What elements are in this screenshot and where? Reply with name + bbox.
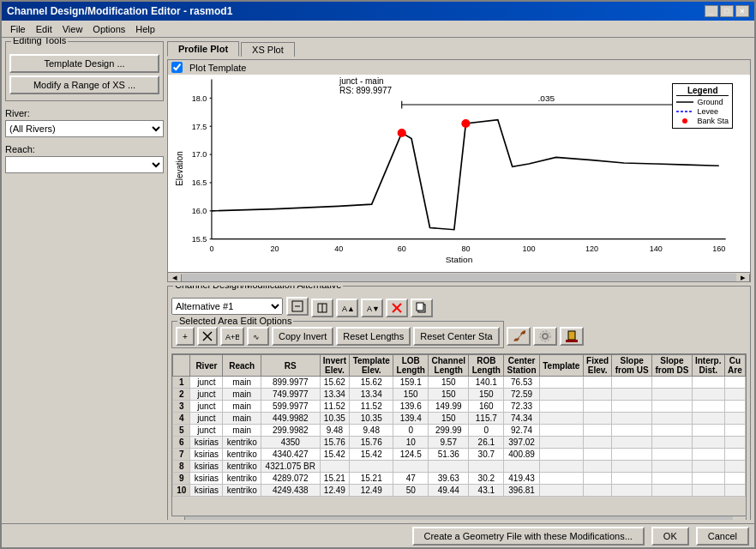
delete-btn[interactable] <box>386 299 408 317</box>
cell-r5-c13[interactable] <box>652 437 693 449</box>
cell-r9-c12[interactable] <box>612 485 652 497</box>
cell-r5-c2[interactable]: kentriko <box>223 437 261 449</box>
cell-r2-c1[interactable]: junct <box>190 401 223 413</box>
bucket-btn[interactable] <box>560 327 584 346</box>
table-row[interactable]: 6ksiriaskentriko435015.7615.76109.5726.1… <box>173 437 746 449</box>
gear-btn[interactable] <box>533 327 557 346</box>
cancel-btn[interactable]: Cancel <box>696 527 749 546</box>
modify-range-button[interactable]: Modify a Range of XS ... <box>9 75 159 94</box>
cell-r5-c12[interactable] <box>612 437 652 449</box>
cell-r5-c11[interactable] <box>583 437 612 449</box>
cell-r9-c2[interactable]: kentriko <box>223 485 261 497</box>
cell-r2-c14[interactable] <box>692 401 724 413</box>
cell-r7-c11[interactable] <box>583 461 612 473</box>
cell-r8-c12[interactable] <box>612 473 652 485</box>
cell-r5-c1[interactable]: ksirias <box>190 437 223 449</box>
table-row[interactable]: 7ksiriaskentriko4340.42715.4215.42124.55… <box>173 449 746 461</box>
cell-r5-c8[interactable]: 26.1 <box>469 437 504 449</box>
table-row[interactable]: 2junctmain749.997713.3413.3415015015072.… <box>173 389 746 401</box>
minimize-btn[interactable]: _ <box>705 5 718 17</box>
cell-r6-c3[interactable]: 4340.427 <box>261 449 320 461</box>
cell-r2-c10[interactable] <box>539 401 583 413</box>
maximize-btn[interactable]: □ <box>720 5 734 17</box>
cell-r4-c9[interactable]: 92.74 <box>504 425 540 437</box>
cell-r4-c14[interactable] <box>692 425 724 437</box>
cell-r8-c5[interactable]: 15.21 <box>350 473 393 485</box>
sort-asc-btn[interactable]: A▲ <box>336 299 358 317</box>
cell-r3-c10[interactable] <box>539 413 583 425</box>
cell-r1-c9[interactable]: 72.59 <box>504 389 540 401</box>
cell-r2-c4[interactable]: 11.52 <box>320 401 350 413</box>
cell-r6-c6[interactable]: 124.5 <box>393 449 429 461</box>
table-row[interactable]: 3junctmain599.997711.5211.52139.6149.991… <box>173 401 746 413</box>
cell-r3-c15[interactable] <box>724 413 745 425</box>
cell-r9-c6[interactable]: 50 <box>393 485 429 497</box>
cell-r4-c10[interactable] <box>539 425 583 437</box>
cell-r1-c15[interactable] <box>724 389 745 401</box>
cell-r0-c10[interactable] <box>539 377 583 389</box>
cell-r1-c2[interactable]: main <box>223 389 261 401</box>
tab-xs-plot[interactable]: XS Plot <box>241 42 295 57</box>
cell-r9-c10[interactable] <box>539 485 583 497</box>
cell-r7-c4[interactable] <box>320 461 350 473</box>
cell-r3-c13[interactable] <box>652 413 693 425</box>
cell-r8-c6[interactable]: 47 <box>393 473 429 485</box>
cell-r5-c10[interactable] <box>539 437 583 449</box>
table-container[interactable]: River Reach RS InvertElev. TemplateElev.… <box>171 353 747 516</box>
cell-r4-c1[interactable]: junct <box>190 425 223 437</box>
cell-r4-c12[interactable] <box>612 425 652 437</box>
new-alternative-btn[interactable] <box>286 297 309 316</box>
cell-r5-c5[interactable]: 15.76 <box>350 437 393 449</box>
cell-r6-c7[interactable]: 51.36 <box>429 449 469 461</box>
ab-btn[interactable]: A+B <box>220 327 244 346</box>
cell-r6-c10[interactable] <box>539 449 583 461</box>
cell-r7-c15[interactable] <box>724 461 745 473</box>
cell-r3-c14[interactable] <box>692 413 724 425</box>
river-select[interactable]: (All Rivers) <box>5 120 164 137</box>
cell-r1-c10[interactable] <box>539 389 583 401</box>
cell-r4-c8[interactable]: 0 <box>469 425 504 437</box>
cell-r3-c5[interactable]: 10.35 <box>350 413 393 425</box>
cell-r7-c10[interactable] <box>539 461 583 473</box>
copy-invert-btn[interactable]: Copy Invert <box>272 327 333 346</box>
cell-r8-c11[interactable] <box>583 473 612 485</box>
cell-r1-c8[interactable]: 150 <box>469 389 504 401</box>
cell-r2-c8[interactable]: 160 <box>469 401 504 413</box>
cell-r8-c10[interactable] <box>539 473 583 485</box>
cell-r2-c3[interactable]: 599.9977 <box>261 401 320 413</box>
cell-r9-c11[interactable] <box>583 485 612 497</box>
cell-r7-c8[interactable] <box>469 461 504 473</box>
cell-r0-c8[interactable]: 140.1 <box>469 377 504 389</box>
cell-r8-c15[interactable] <box>724 473 745 485</box>
cell-r0-c4[interactable]: 15.62 <box>320 377 350 389</box>
cell-r4-c4[interactable]: 9.48 <box>320 425 350 437</box>
cell-r7-c12[interactable] <box>612 461 652 473</box>
cell-r5-c9[interactable]: 397.02 <box>504 437 540 449</box>
cell-r7-c13[interactable] <box>652 461 693 473</box>
cell-r1-c7[interactable]: 150 <box>429 389 469 401</box>
ok-btn[interactable]: OK <box>651 527 689 546</box>
cell-r9-c5[interactable]: 12.49 <box>350 485 393 497</box>
cell-r0-c1[interactable]: junct <box>190 377 223 389</box>
cell-r0-c13[interactable] <box>652 377 693 389</box>
cell-r0-c15[interactable] <box>724 377 745 389</box>
cell-r4-c13[interactable] <box>652 425 693 437</box>
cell-r8-c1[interactable]: ksirias <box>190 473 223 485</box>
cell-r1-c13[interactable] <box>652 389 693 401</box>
cell-r4-c11[interactable] <box>583 425 612 437</box>
table-row[interactable]: 9ksiriaskentriko4289.07215.2115.214739.6… <box>173 473 746 485</box>
cell-r4-c7[interactable]: 299.99 <box>429 425 469 437</box>
reach-select[interactable] <box>5 156 164 173</box>
cell-r2-c12[interactable] <box>612 401 652 413</box>
cell-r9-c13[interactable] <box>652 485 693 497</box>
cell-r6-c11[interactable] <box>583 449 612 461</box>
cell-r0-c3[interactable]: 899.9977 <box>261 377 320 389</box>
cell-r6-c12[interactable] <box>612 449 652 461</box>
cell-r2-c2[interactable]: main <box>223 401 261 413</box>
cell-r5-c4[interactable]: 15.76 <box>320 437 350 449</box>
cell-r3-c6[interactable]: 139.4 <box>393 413 429 425</box>
close-btn[interactable]: × <box>735 5 749 17</box>
cell-r8-c8[interactable]: 30.2 <box>469 473 504 485</box>
wave-btn[interactable]: ∿ <box>247 327 269 346</box>
cell-r3-c1[interactable]: junct <box>190 413 223 425</box>
